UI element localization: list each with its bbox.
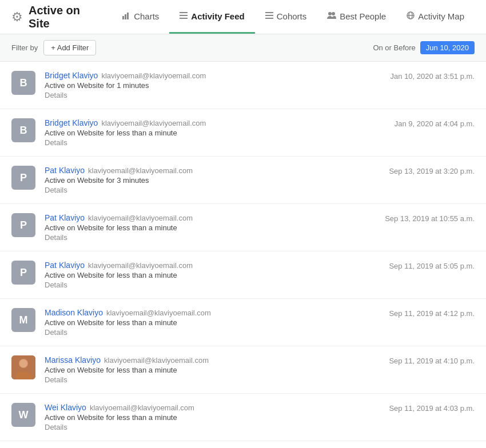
item-activity-text: Active on Website for less than a minute	[45, 366, 380, 374]
item-activity-text: Active on Website for less than a minute	[45, 223, 376, 232]
svg-rect-1	[125, 14, 126, 19]
main-nav: ChartsActivity FeedCohortsBest PeopleAct…	[112, 0, 475, 34]
item-details-link[interactable]: Details	[45, 375, 380, 384]
avatar: B	[11, 71, 35, 95]
item-details-link[interactable]: Details	[45, 328, 380, 337]
activity-feed-nav-icon	[180, 11, 188, 21]
activity-item-content: Bridget Klaviyoklaviyoemail@klaviyoemail…	[45, 118, 385, 147]
item-timestamp: Sep 13, 2019 at 10:55 a.m.	[385, 213, 475, 223]
item-person-name[interactable]: Bridget Klaviyo	[45, 118, 98, 127]
activity-item-content: Wei Klaviyoklaviyoemail@klaviyoemail.com…	[45, 403, 380, 431]
item-timestamp: Sep 11, 2019 at 4:03 p.m.	[389, 403, 475, 413]
avatar: P	[11, 166, 35, 190]
item-person-email: klaviyoemail@klaviyoemail.com	[101, 71, 206, 80]
best-people-nav-label: Best People	[340, 11, 386, 21]
nav-item-cohorts[interactable]: Cohorts	[255, 0, 317, 34]
item-name-row: Marissa Klaviyoklaviyoemail@klaviyoemail…	[45, 355, 380, 365]
activity-item: BBridget Klaviyoklaviyoemail@klaviyoemai…	[0, 109, 486, 157]
item-person-email: klaviyoemail@klaviyoemail.com	[104, 356, 209, 365]
svg-rect-0	[122, 16, 124, 19]
activity-item: WWei Klaviyoklaviyoemail@klaviyoemail.co…	[0, 441, 486, 448]
svg-point-10	[332, 12, 335, 15]
item-person-email: klaviyoemail@klaviyoemail.com	[90, 403, 194, 412]
nav-item-charts[interactable]: Charts	[112, 0, 169, 34]
item-timestamp: Sep 11, 2019 at 5:05 p.m.	[389, 261, 475, 270]
item-details-link[interactable]: Details	[45, 186, 380, 194]
item-person-name[interactable]: Madison Klaviyo	[45, 308, 103, 317]
item-activity-text: Active on Website for less than a minute	[45, 318, 380, 327]
item-timestamp: Jan 10, 2020 at 3:51 p.m.	[391, 71, 475, 81]
item-name-row: Pat Klaviyoklaviyoemail@klaviyoemail.com	[45, 213, 376, 222]
svg-rect-2	[127, 13, 129, 19]
svg-point-17	[19, 359, 27, 367]
item-details-link[interactable]: Details	[45, 138, 385, 147]
item-details-link[interactable]: Details	[45, 233, 376, 242]
avatar: W	[11, 403, 35, 427]
activity-item: WWei Klaviyoklaviyoemail@klaviyoemail.co…	[0, 394, 486, 441]
item-person-email: klaviyoemail@klaviyoemail.com	[106, 309, 211, 317]
item-details-link[interactable]: Details	[45, 281, 380, 289]
activity-item: PPat Klaviyoklaviyoemail@klaviyoemail.co…	[0, 251, 486, 299]
item-name-row: Madison Klaviyoklaviyoemail@klaviyoemail…	[45, 308, 380, 317]
svg-rect-8	[265, 18, 273, 19]
item-timestamp: Sep 11, 2019 at 4:10 p.m.	[389, 355, 475, 365]
svg-rect-6	[265, 12, 273, 13]
item-activity-text: Active on Website for less than a minute	[45, 413, 380, 422]
on-or-before-label: On or Before	[373, 43, 415, 52]
item-details-link[interactable]: Details	[45, 423, 380, 431]
item-name-row: Wei Klaviyoklaviyoemail@klaviyoemail.com	[45, 403, 380, 412]
activity-item: PPat Klaviyoklaviyoemail@klaviyoemail.co…	[0, 204, 486, 251]
svg-rect-5	[180, 18, 188, 19]
filter-right: On or Before Jun 10, 2020	[373, 41, 475, 54]
item-activity-text: Active on Website for 3 minutes	[45, 176, 380, 185]
item-name-row: Bridget Klaviyoklaviyoemail@klaviyoemail…	[45, 118, 385, 127]
gear-icon: ⚙	[11, 10, 23, 25]
filter-by-label: Filter by	[11, 43, 38, 52]
activity-item: Marissa Klaviyoklaviyoemail@klaviyoemail…	[0, 346, 486, 394]
svg-rect-3	[180, 12, 188, 13]
charts-nav-label: Charts	[134, 11, 159, 21]
best-people-nav-icon	[327, 11, 336, 21]
activity-item-content: Pat Klaviyoklaviyoemail@klaviyoemail.com…	[45, 261, 380, 289]
svg-point-9	[328, 12, 332, 15]
logo-area: ⚙ Active on Site	[11, 4, 89, 30]
avatar: P	[11, 213, 35, 237]
activity-item-content: Bridget Klaviyoklaviyoemail@klaviyoemail…	[45, 71, 381, 99]
activity-item-content: Marissa Klaviyoklaviyoemail@klaviyoemail…	[45, 355, 380, 384]
cohorts-nav-label: Cohorts	[277, 11, 307, 21]
nav-item-activity-feed[interactable]: Activity Feed	[169, 0, 254, 34]
filter-left: Filter by + Add Filter	[11, 40, 96, 55]
avatar: B	[11, 118, 35, 142]
charts-nav-icon	[122, 11, 130, 21]
item-person-name[interactable]: Pat Klaviyo	[45, 166, 85, 175]
item-person-name[interactable]: Wei Klaviyo	[45, 403, 86, 412]
activity-item-content: Pat Klaviyoklaviyoemail@klaviyoemail.com…	[45, 213, 376, 242]
activity-map-nav-icon	[407, 11, 415, 21]
date-filter-badge[interactable]: Jun 10, 2020	[420, 41, 475, 54]
item-person-name[interactable]: Bridget Klaviyo	[45, 71, 98, 80]
item-timestamp: Jan 9, 2020 at 4:04 p.m.	[395, 118, 475, 128]
filter-bar: Filter by + Add Filter On or Before Jun …	[0, 34, 486, 62]
add-filter-button[interactable]: + Add Filter	[43, 40, 96, 55]
item-person-name[interactable]: Pat Klaviyo	[45, 213, 85, 222]
item-person-email: klaviyoemail@klaviyoemail.com	[101, 119, 206, 127]
item-activity-text: Active on Website for 1 minutes	[45, 81, 381, 90]
item-person-name[interactable]: Marissa Klaviyo	[45, 355, 101, 365]
page-title: Active on Site	[29, 4, 89, 30]
item-activity-text: Active on Website for less than a minute	[45, 271, 380, 279]
item-person-name[interactable]: Pat Klaviyo	[45, 261, 85, 270]
nav-item-best-people[interactable]: Best People	[317, 0, 396, 34]
activity-item: BBridget Klaviyoklaviyoemail@klaviyoemai…	[0, 62, 486, 109]
item-name-row: Pat Klaviyoklaviyoemail@klaviyoemail.com	[45, 261, 380, 270]
item-timestamp: Sep 11, 2019 at 4:12 p.m.	[389, 308, 475, 318]
avatar: P	[11, 261, 35, 285]
svg-rect-4	[180, 15, 188, 16]
activity-item-content: Madison Klaviyoklaviyoemail@klaviyoemail…	[45, 308, 380, 337]
item-name-row: Pat Klaviyoklaviyoemail@klaviyoemail.com	[45, 166, 380, 175]
activity-item-content: Pat Klaviyoklaviyoemail@klaviyoemail.com…	[45, 166, 380, 194]
item-details-link[interactable]: Details	[45, 91, 381, 99]
svg-rect-7	[265, 15, 273, 16]
nav-item-activity-map[interactable]: Activity Map	[396, 0, 475, 34]
item-person-email: klaviyoemail@klaviyoemail.com	[88, 214, 193, 222]
item-person-email: klaviyoemail@klaviyoemail.com	[88, 166, 193, 175]
